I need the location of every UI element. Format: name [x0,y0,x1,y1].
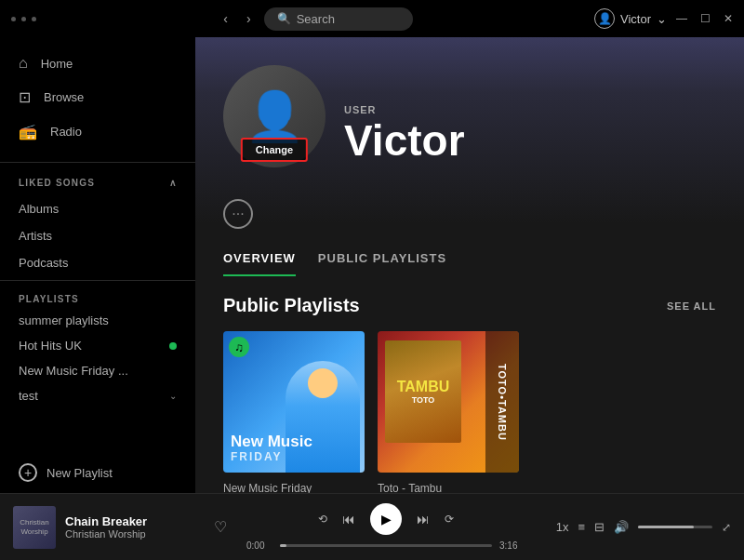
title-bar-left [11,17,36,21]
player-bar: ChristianWorship Chain Breaker Christian… [0,493,744,560]
title-bar-right: 👤 Victor ⌄ — ☐ ✕ [594,8,733,29]
collapse-icon: ∧ [169,178,177,188]
progress-fill [280,544,286,547]
play-pause-button[interactable]: ▶ [370,503,402,535]
player-artist: Christian Worship [65,528,201,540]
card-toto-tambu[interactable]: TAMBU TOTO TOTO•TAMBU Toto - Tambu [378,331,519,493]
public-playlists-section: Public Playlists SEE ALL ♫ [195,276,744,493]
expand-player-button[interactable]: ⤢ [722,521,731,534]
search-bar[interactable]: 🔍 Search [264,7,413,31]
previous-icon[interactable]: ⏮ [342,512,355,527]
sidebar-divider-2 [0,280,195,281]
dot-2 [21,17,26,21]
title-bar-center: ‹ › 🔍 Search [218,7,412,31]
queue-icon[interactable]: ≡ [578,520,585,534]
player-left: ChristianWorship Chain Breaker Christian… [13,506,227,549]
sidebar-item-radio[interactable]: 📻 Radio [0,114,195,149]
card-nmf-text: New Music FRIDAY [231,433,312,463]
card-nmf-name: New Music Friday [223,482,365,493]
section-header: Public Playlists SEE ALL [223,295,716,316]
time-total: 3:16 [499,540,525,551]
see-all-button[interactable]: SEE ALL [667,300,716,312]
sidebar-item-home[interactable]: ⌂ Home [0,47,195,80]
maximize-button[interactable]: ☐ [700,12,711,25]
sidebar-item-podcasts[interactable]: Podcasts [0,249,195,276]
profile-avatar-wrap: 👤 Change [223,65,326,167]
profile-name: Victor [344,119,465,162]
browse-icon: ⊡ [19,88,31,106]
new-playlist-button[interactable]: + New Playlist [0,452,195,493]
card-new-music-friday[interactable]: ♫ New Music FRIDAY [223,331,365,493]
sidebar-item-radio-label: Radio [50,125,82,139]
player-right: 1x ≡ ⊟ 🔊 ⤢ [545,520,731,534]
heart-icon[interactable]: ♡ [214,518,227,536]
podcasts-label: Podcasts [19,256,68,270]
volume-fill [638,526,694,528]
playlist-newmusicfriday-label: New Music Friday ... [19,364,128,378]
volume-icon[interactable]: 🔊 [614,520,629,534]
artists-label: Artists [19,229,52,243]
devices-icon[interactable]: ⊟ [594,520,604,534]
toto-title: TAMBU [397,379,450,395]
sidebar-item-artists[interactable]: Artists [0,222,195,249]
user-avatar-icon: 👤 [594,8,615,29]
user-menu[interactable]: 👤 Victor ⌄ [594,8,667,29]
sidebar-scroll[interactable]: Liked Songs ∧ Albums Artists Podcasts PL… [0,167,195,448]
sidebar-playlist-test[interactable]: test ⌄ [0,383,195,408]
user-name-label: Victor [620,12,651,26]
playlist-summer-label: summer playlists [19,313,109,327]
toto-inner-card: TAMBU TOTO [385,340,461,443]
sidebar-item-albums[interactable]: Albums [0,195,195,222]
card-toto-name: Toto - Tambu [378,482,519,493]
player-thumbnail: ChristianWorship [13,506,56,549]
close-button[interactable]: ✕ [724,12,733,25]
toto-side-text: TOTO•TAMBU [497,364,508,441]
playlist-test-label: test [19,389,38,403]
volume-bar[interactable] [638,526,712,528]
nmf-title: New Music [231,433,312,451]
player-center: ⟲ ⏮ ▶ ⏭ ⟳ 0:00 3:16 [227,503,545,551]
forward-button[interactable]: › [241,7,257,30]
sidebar-item-browse[interactable]: ⊡ Browse [0,80,195,114]
next-icon[interactable]: ⏭ [417,512,430,527]
content-area: 👤 Change USER Victor ··· OVERVIEW [195,37,744,493]
progress-bar[interactable] [280,544,492,547]
forward15-icon[interactable]: ⟳ [445,513,454,526]
tab-overview[interactable]: OVERVIEW [223,242,296,276]
tab-public-playlists[interactable]: PUBLIC PLAYLISTS [318,242,446,276]
change-photo-button[interactable]: Change [241,138,308,162]
dot-1 [11,17,16,21]
replay5-icon[interactable]: ⟲ [318,513,327,526]
actions-row: ··· [195,186,744,242]
playlist-hothitsuk-label: Hot Hits UK [19,339,82,353]
radio-icon: 📻 [19,123,37,140]
player-track-name: Chain Breaker [65,514,201,528]
back-button[interactable]: ‹ [218,7,233,30]
section-title: Public Playlists [223,295,360,316]
app-window: ‹ › 🔍 Search 👤 Victor ⌄ — ☐ ✕ [0,0,744,560]
toto-side-text-wrap: TOTO•TAMBU [485,331,519,473]
speed-label[interactable]: 1x [556,520,569,534]
sidebar-playlist-summer[interactable]: summer playlists [0,308,195,333]
dot-3 [32,17,36,21]
sidebar-playlist-newmusicfriday[interactable]: New Music Friday ... [0,358,195,383]
card-toto-image: TAMBU TOTO TOTO•TAMBU [378,331,519,473]
minimize-button[interactable]: — [676,12,687,25]
liked-songs-label: Liked Songs [19,178,95,188]
title-bar: ‹ › 🔍 Search 👤 Victor ⌄ — ☐ ✕ [0,0,744,37]
liked-songs-header[interactable]: Liked Songs ∧ [0,170,195,195]
more-options-button[interactable]: ··· [223,199,253,229]
sidebar-playlist-hothitsuk[interactable]: Hot Hits UK [0,333,195,358]
toto-bg: TAMBU TOTO TOTO•TAMBU [378,331,519,473]
window-controls: — ☐ ✕ [676,12,733,25]
sidebar-nav: ⌂ Home ⊡ Browse 📻 Radio [0,37,195,158]
progress-wrap: 0:00 3:16 [246,540,525,551]
card-nmf-image: ♫ New Music FRIDAY [223,331,365,473]
search-label: Search [297,12,335,26]
nmf-subtitle: FRIDAY [231,451,312,463]
playlist-grid: ♫ New Music FRIDAY [223,331,716,493]
new-playlist-label: New Playlist [46,466,113,480]
sidebar: ⌂ Home ⊡ Browse 📻 Radio Liked Songs ∧ [0,37,195,493]
profile-header: 👤 Change USER Victor [195,37,744,186]
main-container: ⌂ Home ⊡ Browse 📻 Radio Liked Songs ∧ [0,37,744,493]
